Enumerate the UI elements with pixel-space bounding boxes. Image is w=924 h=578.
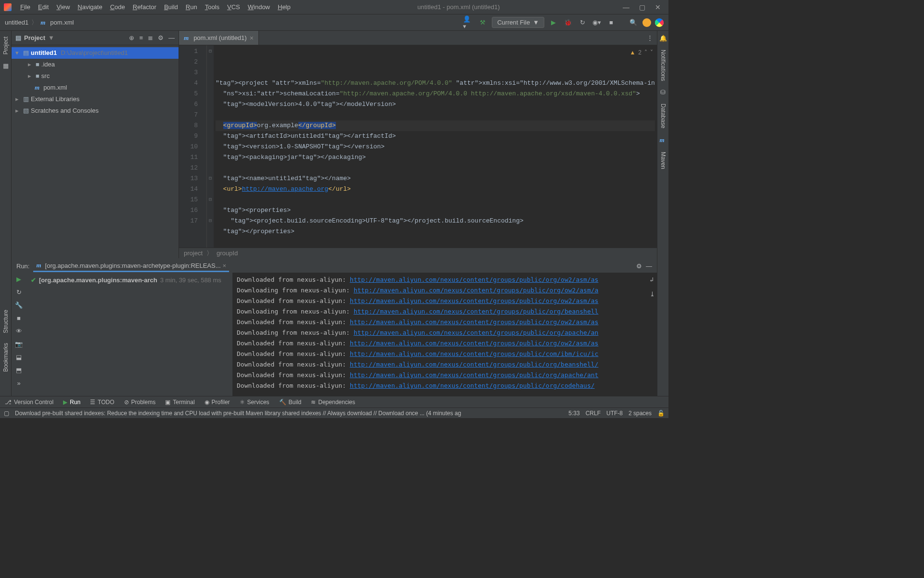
user-icon[interactable]: 👤▾ bbox=[463, 17, 474, 28]
export-icon[interactable]: 📷 bbox=[15, 341, 23, 348]
bottom-tab-services[interactable]: ⚛Services bbox=[240, 399, 270, 406]
run-tree[interactable]: ✔ [org.apache.maven.plugins:maven-arch 3… bbox=[26, 273, 233, 396]
tab-options-icon[interactable]: ⋮ bbox=[647, 34, 653, 41]
editor-tab-pom[interactable]: m pom.xml (untitled1) × bbox=[179, 31, 259, 45]
menu-help[interactable]: Help bbox=[274, 1, 295, 13]
debug-button[interactable]: 🐞 bbox=[563, 17, 573, 28]
bottom-tab-todo[interactable]: ☰TODO bbox=[90, 399, 114, 406]
menu-file[interactable]: File bbox=[16, 1, 34, 13]
bookmarks-tool-button[interactable]: Bookmarks bbox=[2, 341, 9, 374]
editor-body[interactable]: 1234567891011121314151617 ⊟ ⊟ ⊟ ⊟ ▲ 2 ˄ … bbox=[179, 45, 657, 248]
line-separator[interactable]: CRLF bbox=[586, 410, 601, 417]
chevron-right-icon[interactable]: ▸ bbox=[28, 60, 34, 69]
bottom-tab-profiler[interactable]: ◉Profiler bbox=[205, 399, 230, 406]
bottom-tab-terminal[interactable]: ▣Terminal bbox=[165, 399, 194, 406]
chevron-right-icon[interactable]: ▸ bbox=[15, 94, 21, 104]
bottom-tab-build[interactable]: 🔨Build bbox=[279, 399, 302, 406]
close-tab-icon[interactable]: × bbox=[250, 34, 254, 42]
menu-window[interactable]: Window bbox=[244, 1, 274, 13]
tree-item-src[interactable]: ▸ ■ src bbox=[12, 70, 179, 82]
select-opened-file-icon[interactable]: ⊕ bbox=[129, 34, 134, 41]
console-link[interactable]: http://maven.aliyun.com/nexus/content/gr… bbox=[350, 382, 595, 389]
breadcrumb-item[interactable]: groupId bbox=[217, 250, 238, 257]
collapse-all-icon[interactable]: ≣ bbox=[148, 34, 153, 41]
chevron-right-icon[interactable]: ▸ bbox=[28, 71, 34, 81]
settings-icon[interactable]: ⚙ bbox=[158, 34, 164, 41]
project-tool-button[interactable]: Project bbox=[2, 35, 9, 56]
cursor-position[interactable]: 5:33 bbox=[568, 410, 579, 417]
gutter[interactable]: 1234567891011121314151617 bbox=[179, 45, 207, 248]
breadcrumb-root[interactable]: untitled1 bbox=[5, 19, 28, 26]
chevron-down-icon[interactable]: ▾ bbox=[15, 48, 21, 58]
filter-icon[interactable]: ■ bbox=[17, 315, 21, 322]
menu-vcs[interactable]: VCS bbox=[223, 1, 244, 13]
menu-view[interactable]: View bbox=[52, 1, 74, 13]
menu-build[interactable]: Build bbox=[160, 1, 182, 13]
menu-code[interactable]: Code bbox=[106, 1, 129, 13]
console-link[interactable]: http://maven.aliyun.com/nexus/content/gr… bbox=[354, 329, 599, 336]
maven-icon[interactable]: m bbox=[659, 136, 664, 144]
bottom-tab-run[interactable]: ▶Run bbox=[63, 399, 80, 406]
structure-tool-button[interactable]: Structure bbox=[2, 308, 9, 335]
layout-icon[interactable]: ⬓ bbox=[16, 354, 22, 361]
close-tab-icon[interactable]: × bbox=[223, 262, 227, 269]
coverage-button[interactable]: ↻ bbox=[577, 17, 588, 28]
bell-icon[interactable]: 🔔 bbox=[659, 35, 667, 42]
tree-item-external[interactable]: ▸ ▥ External Libraries bbox=[12, 93, 179, 105]
project-tree[interactable]: ▾ ▤ untitled1 D:\Java\project\untitled1 … bbox=[12, 45, 179, 258]
fold-column[interactable]: ⊟ ⊟ ⊟ ⊟ bbox=[207, 45, 214, 248]
search-icon[interactable]: 🔍 bbox=[628, 17, 639, 28]
build-hammer-icon[interactable]: ⚒ bbox=[477, 17, 488, 28]
console-link[interactable]: http://maven.aliyun.com/nexus/content/gr… bbox=[350, 371, 599, 379]
prev-highlight-icon[interactable]: ˄ bbox=[644, 47, 647, 58]
console-link[interactable]: http://maven.aliyun.com/nexus/content/gr… bbox=[354, 287, 599, 294]
breadcrumb-file[interactable]: pom.xml bbox=[50, 19, 74, 26]
profile-button[interactable]: ◉▾ bbox=[591, 17, 602, 28]
console-link[interactable]: http://maven.aliyun.com/nexus/content/gr… bbox=[350, 350, 599, 357]
more-icon[interactable]: » bbox=[17, 380, 20, 387]
menu-run[interactable]: Run bbox=[182, 1, 201, 13]
menu-navigate[interactable]: Navigate bbox=[74, 1, 106, 13]
rerun-button[interactable]: ▶ bbox=[16, 276, 21, 283]
close-button[interactable]: ✕ bbox=[655, 3, 661, 11]
stop-button[interactable]: ■ bbox=[606, 17, 616, 28]
readonly-icon[interactable]: 🔓 bbox=[657, 410, 665, 417]
breadcrumb-item[interactable]: project bbox=[184, 250, 203, 257]
run-button[interactable]: ▶ bbox=[548, 17, 559, 28]
run-tree-item[interactable]: ✔ [org.apache.maven.plugins:maven-arch 3… bbox=[31, 276, 228, 285]
bottom-tab-version-control[interactable]: ⎇Version Control bbox=[5, 399, 53, 406]
tree-item-idea[interactable]: ▸ ■ .idea bbox=[12, 59, 179, 70]
tree-item-pom[interactable]: m pom.xml bbox=[12, 82, 179, 93]
expand-icon[interactable]: 👁 bbox=[16, 328, 22, 335]
bottom-tab-dependencies[interactable]: ≋Dependencies bbox=[311, 399, 355, 406]
run-tab[interactable]: m [org.apache.maven.plugins:maven-archet… bbox=[33, 260, 229, 272]
menu-refactor[interactable]: Refactor bbox=[129, 1, 160, 13]
status-message[interactable]: Download pre-built shared indexes: Reduc… bbox=[15, 410, 563, 417]
console-link[interactable]: http://maven.aliyun.com/nexus/content/gr… bbox=[354, 308, 599, 315]
indent-config[interactable]: 2 spaces bbox=[629, 410, 652, 417]
commit-tool-icon[interactable]: ▦ bbox=[3, 62, 9, 69]
file-encoding[interactable]: UTF-8 bbox=[606, 410, 623, 417]
pin-icon[interactable]: ⬒ bbox=[16, 367, 22, 374]
user-avatar[interactable] bbox=[642, 18, 651, 27]
menu-tools[interactable]: Tools bbox=[201, 1, 223, 13]
chevron-right-icon[interactable]: ▸ bbox=[15, 106, 21, 116]
maven-tool-button[interactable]: Maven bbox=[660, 150, 667, 171]
status-icon[interactable]: ▢ bbox=[4, 410, 9, 417]
scroll-to-end-icon[interactable]: ⤓ bbox=[650, 289, 655, 300]
soft-wrap-icon[interactable]: ↲ bbox=[650, 275, 655, 285]
console-output[interactable]: ↲ ⤓ Downloaded from nexus-aliyun: http:/… bbox=[233, 273, 657, 396]
tree-item-scratches[interactable]: ▸ ▧ Scratches and Consoles bbox=[12, 105, 179, 117]
console-link[interactable]: http://maven.aliyun.com/nexus/content/gr… bbox=[350, 340, 599, 347]
database-tool-button[interactable]: Database bbox=[660, 102, 667, 130]
notifications-tool-button[interactable]: Notifications bbox=[660, 48, 667, 83]
hide-icon[interactable]: — bbox=[168, 34, 175, 41]
console-link[interactable]: http://maven.aliyun.com/nexus/content/gr… bbox=[350, 276, 599, 283]
hide-run-icon[interactable]: — bbox=[646, 263, 652, 270]
minimize-button[interactable]: — bbox=[623, 3, 629, 11]
ide-services-icon[interactable] bbox=[655, 18, 664, 27]
stop-button[interactable]: ↻ bbox=[16, 289, 22, 296]
menu-edit[interactable]: Edit bbox=[34, 1, 52, 13]
next-highlight-icon[interactable]: ˅ bbox=[650, 47, 653, 58]
wrench-icon[interactable]: 🔧 bbox=[15, 302, 23, 309]
